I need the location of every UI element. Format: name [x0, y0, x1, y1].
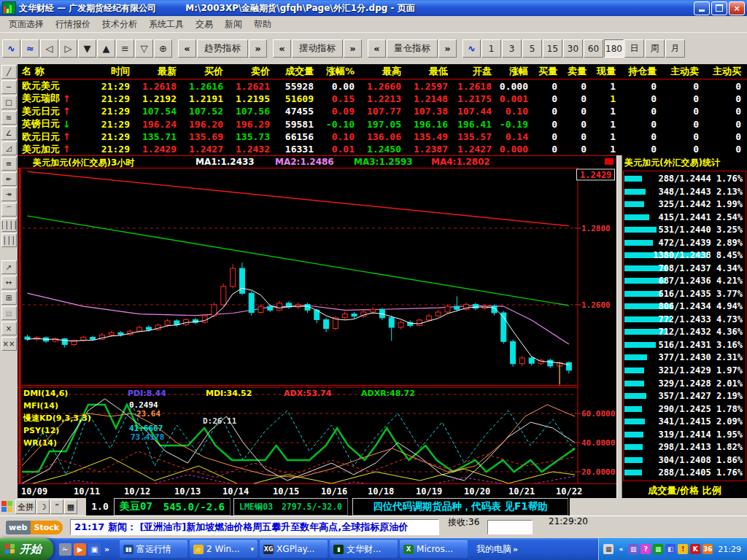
group-next-0[interactable]: »	[249, 39, 267, 58]
ime-moon-icon[interactable]: ☽	[36, 499, 50, 514]
volume-row[interactable]: 772/1.2433 4.73%	[624, 314, 746, 326]
ime-keyboard-icon[interactable]: ▦	[64, 499, 77, 514]
draw-tool-1[interactable]: ─	[1, 80, 17, 94]
period-日[interactable]: 日	[624, 39, 644, 58]
draw-tool-9[interactable]: ⌒	[1, 203, 17, 217]
edit-tool-1[interactable]: ↔	[1, 276, 17, 289]
edit-tool-3[interactable]: ▤	[1, 306, 17, 320]
group-prev-0[interactable]: «	[178, 39, 196, 58]
tray-green-grid-icon[interactable]: ▦	[653, 544, 663, 554]
period-1[interactable]: 1	[481, 39, 501, 58]
period-5[interactable]: 5	[522, 39, 542, 58]
toolbar-equal-scale-icon[interactable]: ≡	[116, 39, 134, 58]
draw-tool-7[interactable]: ↞	[1, 172, 17, 186]
quote-row-英镑日元[interactable]: 英镑日元↓21:29196.24196.20196.2959581-0.1019…	[18, 117, 747, 130]
menu-技术分析[interactable]: 技术分析	[96, 17, 143, 32]
volume-row[interactable]: 712/1.2432 4.36%	[624, 326, 746, 338]
draw-tool-8[interactable]: ↠	[1, 187, 17, 201]
period-60[interactable]: 60	[584, 39, 603, 58]
ime-punctuation-icon[interactable]: ”	[50, 499, 63, 514]
task-button-xg[interactable]: XGXGPlay...	[260, 540, 328, 558]
news-ticker[interactable]: 21:17 新闻： [亚洲油市]新加坡燃油价格周五攀升至数年高点,全球指标原油价	[70, 519, 439, 535]
draw-tool-4[interactable]: ∠	[1, 126, 17, 140]
task-button-chart[interactable]: ▮▮富远行情	[120, 540, 187, 558]
volume-row[interactable]: 288/1.2444 1.76%	[624, 173, 746, 185]
toolbar-compress-up-icon[interactable]: ▲	[97, 39, 115, 58]
start-button[interactable]: 开始	[0, 538, 53, 560]
quicklaunch-show-desktop-icon[interactable]: ▣	[88, 543, 101, 556]
volume-row[interactable]: 325/1.2442 1.99%	[624, 198, 746, 211]
menu-系统工具[interactable]: 系统工具	[143, 17, 190, 32]
tray-keyboard-tray-icon[interactable]: ▦	[603, 544, 614, 554]
quote-row-美元日元[interactable]: 美元日元↑21:29107.54107.52107.56474550.09107…	[18, 105, 747, 117]
toolbar-zigzag-line-1-icon[interactable]: ∿	[2, 39, 20, 58]
tray-color-app-icon[interactable]: ▥	[628, 544, 638, 554]
period-周[interactable]: 周	[645, 39, 665, 58]
volume-row[interactable]: 1380/1.2438 8.45%	[624, 249, 746, 262]
volume-row[interactable]: 357/1.2427 2.19%	[624, 390, 746, 402]
tray-question-icon[interactable]: ?	[640, 544, 651, 554]
status-input-box[interactable]	[487, 520, 533, 534]
draw-tool-5[interactable]: ◿	[1, 141, 17, 155]
volume-row[interactable]: 516/1.2431 3.16%	[624, 339, 746, 351]
indicator-group-1[interactable]: 摆动指标	[292, 39, 343, 58]
quote-row-欧元日元[interactable]: 欧元日元↑21:29135.71135.69135.73661560.10136…	[18, 131, 747, 143]
toolbar-expand-right-icon[interactable]: ▷	[59, 39, 77, 58]
toolbar-expand-left-icon[interactable]: ◁	[40, 39, 58, 58]
menu-页面选择[interactable]: 页面选择	[3, 17, 50, 32]
edit-tool-0[interactable]: ↗	[1, 260, 17, 274]
volume-row[interactable]: 329/1.2428 2.01%	[624, 378, 746, 390]
volume-row[interactable]: 806/1.2434 4.94%	[624, 300, 746, 313]
taskbar-my-computer[interactable]: 我的电脑	[476, 543, 511, 556]
volume-row[interactable]: 415/1.2441 2.54%	[624, 211, 746, 224]
period-15[interactable]: 15	[543, 39, 562, 58]
period-180[interactable]: 180	[604, 39, 624, 58]
tray-warning-icon[interactable]: !	[678, 544, 688, 554]
volume-row[interactable]: 687/1.2436 4.21%	[624, 275, 746, 287]
toolbar-compress-down-icon[interactable]: ▼	[78, 39, 96, 58]
menu-帮助[interactable]: 帮助	[248, 17, 277, 32]
indicator-panel[interactable]: 60.000040.000020.0000	[18, 386, 616, 483]
menu-行情报价[interactable]: 行情报价	[50, 17, 96, 32]
volume-row[interactable]: 531/1.2440 3.25%	[624, 224, 746, 236]
volume-row[interactable]: 290/1.2425 1.78%	[624, 403, 746, 416]
quote-row-美元加元[interactable]: 美元加元↑21:291.24291.24271.2432163310.011.2…	[18, 143, 747, 155]
quote-row-美元瑞郎[interactable]: 美元瑞郎↑21:291.21921.21911.2195516090.151.2…	[18, 92, 747, 104]
indicator-group-0[interactable]: 趋势指标	[197, 39, 248, 58]
indicator-group-2[interactable]: 量仓指标	[387, 39, 438, 58]
quicklaunch-cut-tool-icon[interactable]: ✁	[59, 543, 71, 556]
volume-row[interactable]: 321/1.2429 1.97%	[624, 365, 746, 377]
draw-tool-2[interactable]: □	[1, 96, 17, 109]
volume-row[interactable]: 348/1.2443 2.13%	[624, 186, 746, 198]
group-next-2[interactable]: »	[438, 39, 457, 58]
ticker-lme-quote[interactable]: LME铜03 2797.5/-32.0	[233, 498, 348, 516]
draw-tool-10[interactable]: ││││	[1, 218, 17, 232]
ticker-soybean-quote[interactable]: 美豆07 545.0/-2.6	[114, 498, 231, 516]
dropdown-caret-icon[interactable]: ▾	[251, 545, 255, 553]
task-button-excel[interactable]: XMicros...	[400, 540, 468, 558]
task-button-folder[interactable]: ▱2 Win...▾	[190, 540, 258, 558]
volume-row[interactable]: 472/1.2439 2.89%	[624, 237, 746, 249]
taskbar-more-chevron[interactable]: »	[511, 545, 519, 554]
volume-row[interactable]: 708/1.2437 4.34%	[624, 262, 746, 275]
period-3[interactable]: 3	[502, 39, 522, 58]
period-30[interactable]: 30	[563, 39, 583, 58]
draw-tool-3[interactable]: ≋	[1, 111, 17, 125]
quicklaunch-more-chevron[interactable]: »	[103, 545, 111, 554]
volume-row[interactable]: 288/1.2405 1.76%	[624, 467, 746, 479]
toolbar-zigzag-line-2-icon[interactable]: ≈	[21, 39, 39, 58]
edit-tool-4[interactable]: ×	[1, 322, 17, 335]
chart-close-square[interactable]	[605, 158, 614, 165]
group-prev-1[interactable]: «	[273, 39, 291, 58]
tray-number-icon[interactable]: 36	[703, 544, 713, 554]
tray-blue-window-icon[interactable]: ◧	[665, 544, 676, 554]
draw-tool-0[interactable]: ╱	[1, 65, 17, 79]
quote-row-欧元美元[interactable]: 欧元美元21:291.26181.26161.2621559280.001.26…	[18, 79, 747, 92]
volume-row[interactable]: 616/1.2435 3.77%	[624, 288, 746, 300]
quicklaunch-media-player-icon[interactable]: ▶	[74, 543, 86, 556]
panel-splitter[interactable]	[616, 155, 622, 498]
ime-mode-button[interactable]: 全拼	[15, 499, 36, 514]
group-next-1[interactable]: »	[344, 39, 362, 58]
main-chart[interactable]: 1.28001.26001.2429	[18, 168, 616, 386]
tray-collapse-chevron-icon[interactable]: «	[616, 544, 626, 554]
